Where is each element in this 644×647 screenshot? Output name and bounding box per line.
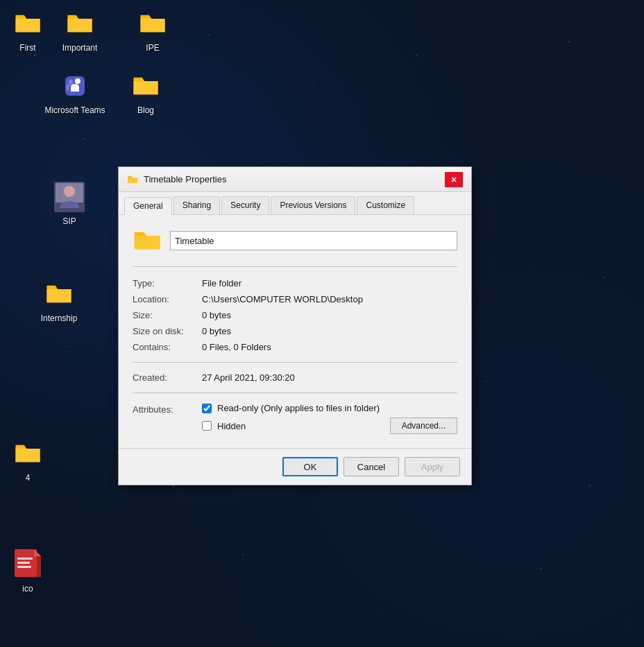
prop-label-size-on-disk: Size on disk:: [133, 323, 202, 339]
desktop-icon-important[interactable]: Important: [52, 7, 108, 53]
teams-icon: [58, 69, 92, 103]
prop-label-contains: Contains:: [133, 339, 202, 355]
tab-previous-versions[interactable]: Previous Versions: [271, 196, 355, 214]
tab-security[interactable]: Security: [221, 196, 269, 214]
readonly-checkbox[interactable]: [202, 404, 212, 413]
svg-marker-8: [34, 549, 41, 556]
desktop-icon-sip[interactable]: SIP: [42, 180, 97, 226]
prop-value-type: File folder: [202, 275, 457, 291]
prop-value-size: 0 bytes: [202, 307, 457, 323]
desktop-icon-label-first: First: [19, 43, 35, 53]
tab-general[interactable]: General: [124, 197, 172, 215]
svg-point-1: [75, 78, 80, 84]
prop-value-contains: 0 Files, 0 Folders: [202, 339, 457, 355]
prop-label-location: Location:: [133, 291, 202, 307]
prop-value-size-on-disk: 0 bytes: [202, 323, 457, 339]
attributes-row: Attributes: Read-only (Only applies to f…: [133, 400, 457, 437]
hidden-advanced-row: Hidden Advanced...: [202, 417, 457, 434]
folder-name-input[interactable]: [170, 231, 457, 250]
desktop-icon-ipe[interactable]: IPE: [125, 7, 180, 53]
titlebar-folder-icon: [127, 174, 138, 185]
prop-value-created: 27 April 2021, 09:30:20: [202, 370, 457, 386]
desktop-icon-label-ico: ico: [22, 584, 33, 594]
readonly-row: Read-only (Only applies to files in fold…: [202, 403, 457, 413]
folder-icon-large: [133, 226, 162, 255]
divider-3: [133, 392, 457, 393]
property-row-size-on-disk: Size on disk: 0 bytes: [133, 323, 457, 339]
created-table: Created: 27 April 2021, 09:30:20: [133, 370, 457, 386]
dialog-title-text: Timetable Properties: [144, 174, 226, 184]
prop-label-created: Created:: [133, 370, 202, 386]
dialog-title-area: Timetable Properties: [127, 174, 226, 185]
apply-button[interactable]: Apply: [405, 457, 460, 476]
attributes-options: Read-only (Only applies to files in fold…: [202, 400, 457, 437]
ok-button[interactable]: OK: [282, 457, 338, 476]
hidden-checkbox[interactable]: [202, 421, 212, 431]
folder-icon-internship: [42, 277, 76, 311]
folder-icon-first: [11, 7, 44, 40]
property-row-size: Size: 0 bytes: [133, 307, 457, 323]
folder-icon-important: [63, 7, 96, 40]
desktop-icon-internship[interactable]: Internship: [28, 277, 90, 323]
properties-table: Type: File folder Location: C:\Users\COM…: [133, 275, 457, 355]
cancel-button[interactable]: Cancel: [344, 457, 399, 476]
desktop-icon-label-blog: Blog: [137, 105, 154, 115]
desktop-icon-blog[interactable]: Blog: [118, 69, 173, 115]
tabs-bar: General Sharing Security Previous Versio…: [119, 192, 471, 215]
desktop-icon-label-ipe: IPE: [146, 43, 159, 53]
property-row-contains: Contains: 0 Files, 0 Folders: [133, 339, 457, 355]
advanced-button[interactable]: Advanced...: [390, 417, 457, 434]
prop-label-type: Type:: [133, 275, 202, 291]
divider-2: [133, 362, 457, 363]
property-row-type: Type: File folder: [133, 275, 457, 291]
svg-point-5: [64, 186, 75, 197]
folder-name-row: [133, 226, 457, 255]
properties-dialog: Timetable Properties × General Sharing S…: [118, 166, 472, 485]
hidden-row: Hidden: [202, 421, 246, 431]
desktop-icon-label-teams: Microsoft Teams: [44, 105, 105, 115]
svg-rect-9: [17, 558, 33, 560]
svg-point-2: [69, 80, 73, 84]
svg-rect-11: [17, 566, 31, 568]
desktop-icon-label-internship: Internship: [41, 313, 78, 323]
desktop-icon-label-sip: SIP: [62, 216, 76, 226]
desktop-icon-label-important: Important: [62, 43, 98, 53]
ico-file-icon: [11, 548, 44, 581]
desktop-icon-ico[interactable]: ico: [0, 548, 56, 594]
divider-1: [133, 266, 457, 267]
dialog-general-content: Type: File folder Location: C:\Users\COM…: [119, 215, 471, 448]
sip-icon: [53, 180, 86, 214]
folder-icon-blog: [129, 69, 162, 103]
attributes-label: Attributes:: [133, 400, 202, 437]
folder-icon-ipe: [136, 7, 169, 40]
svg-rect-10: [17, 562, 30, 564]
property-row-created: Created: 27 April 2021, 09:30:20: [133, 370, 457, 386]
hidden-label: Hidden: [217, 421, 246, 431]
folder-icon-i4: [11, 437, 44, 470]
attributes-table: Attributes: Read-only (Only applies to f…: [133, 400, 457, 437]
tab-sharing[interactable]: Sharing: [173, 196, 220, 214]
desktop-icon-teams[interactable]: Microsoft Teams: [44, 69, 106, 115]
tab-customize[interactable]: Customize: [357, 196, 414, 214]
desktop-icon-first[interactable]: First: [0, 7, 56, 53]
desktop-icon-i4[interactable]: 4: [0, 437, 56, 483]
dialog-titlebar: Timetable Properties ×: [119, 167, 471, 192]
prop-value-location: C:\Users\COMPUTER WORLD\Desktop: [202, 291, 457, 307]
dialog-close-button[interactable]: ×: [445, 172, 463, 187]
readonly-label: Read-only (Only applies to files in fold…: [217, 403, 380, 413]
property-row-location: Location: C:\Users\COMPUTER WORLD\Deskto…: [133, 291, 457, 307]
desktop-icon-label-i4: 4: [26, 473, 31, 483]
prop-label-size: Size:: [133, 307, 202, 323]
dialog-footer: OK Cancel Apply: [119, 448, 471, 485]
